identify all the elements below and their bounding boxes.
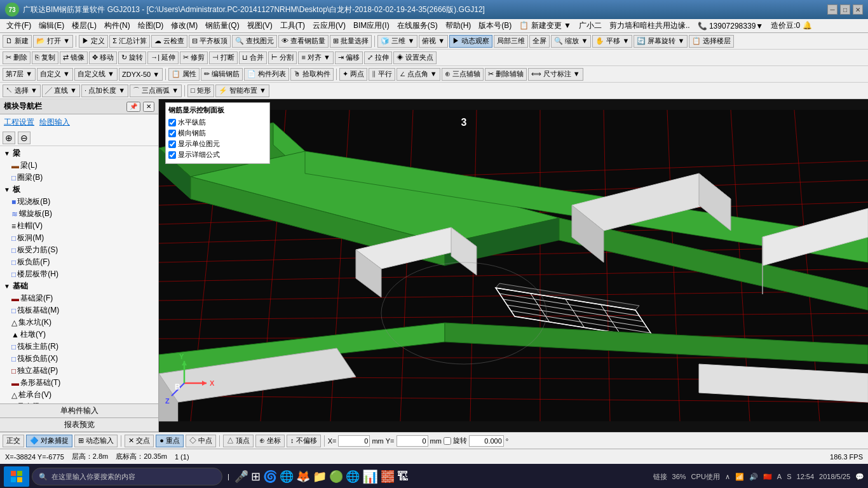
dim-button[interactable]: ⟺ 尺寸标注 ▼ <box>528 68 583 81</box>
menu-user[interactable]: 广小二 <box>575 19 606 32</box>
menu-help[interactable]: 帮助(H) <box>442 19 475 32</box>
grip-button[interactable]: ◈ 设置夹点 <box>393 51 437 64</box>
tree-slab-hole[interactable]: □ 板洞(M) <box>1 232 157 244</box>
tree-raft[interactable]: □ 筏板基础(M) <box>1 304 157 316</box>
menu-wall-info[interactable]: 剪力墙和暗柱共用边缘.. <box>606 19 694 32</box>
tree-ring-beam-item[interactable]: □ 圈梁(B) <box>1 172 157 184</box>
property-button[interactable]: 📋 属性 <box>168 68 200 81</box>
checkbox-transverse-rebar[interactable]: 横向钢筋 <box>168 128 267 138</box>
angle-button[interactable]: ∠ 点点角 ▼ <box>397 68 440 81</box>
tray-icon-4[interactable]: 🇨🇳 <box>763 473 772 481</box>
tree-beam-item[interactable]: ▬ 梁(L) <box>1 159 157 172</box>
minimize-button[interactable]: ─ <box>827 4 837 15</box>
menu-cloud[interactable]: 云应用(V) <box>309 19 349 32</box>
menu-phone[interactable]: 📞 13907298339▼ <box>694 20 768 32</box>
3d-button[interactable]: 🧊 三维 ▼ <box>377 35 417 48</box>
windows-start-button[interactable] <box>4 466 29 487</box>
snap-vertex[interactable]: △ 顶点 <box>223 435 254 447</box>
del-aux-button[interactable]: ✂ 删除辅轴 <box>485 68 527 81</box>
pan-button[interactable]: ✋ 平移 ▼ <box>592 35 632 48</box>
tray-icon-5[interactable]: A <box>777 473 782 480</box>
tree-raft-main-rebar[interactable]: □ 筏板主筋(R) <box>1 341 157 353</box>
menu-edit[interactable]: 编辑(E) <box>35 19 68 32</box>
tree-isolated-found[interactable]: □ 独立基础(P) <box>1 365 157 377</box>
window-controls[interactable]: ─ □ ✕ <box>827 4 863 15</box>
panel-close-button[interactable]: ✕ <box>143 102 154 112</box>
nav-project-settings[interactable]: 工程设置 <box>4 117 34 128</box>
tree-beam-group[interactable]: ▼ 梁 <box>1 147 157 159</box>
viewport[interactable]: 3 X Y Z B 钢筋显示控制面板 水平纵筋 <box>159 99 868 432</box>
transverse-rebar-checkbox[interactable] <box>168 130 176 137</box>
screen-rotate-button[interactable]: 🔄 屏幕旋转 ▼ <box>634 35 688 48</box>
smart-layout-tool[interactable]: ⚡ 智能布置 ▼ <box>215 85 269 97</box>
snap-midpoint[interactable]: ◇ 中点 <box>186 435 216 447</box>
menu-modify[interactable]: 修改(M) <box>167 19 201 32</box>
zoom-button[interactable]: 🔍 缩放 ▼ <box>551 35 591 48</box>
horizontal-rebar-checkbox[interactable] <box>168 119 176 126</box>
align-button[interactable]: ≡ 对齐 ▼ <box>298 51 333 64</box>
point-length-tool[interactable]: · 点加长度 ▼ <box>81 85 128 97</box>
select-floor-button[interactable]: 📋 选择楼层 <box>689 35 734 48</box>
tree-spiral-slab[interactable]: ≋ 螺旋板(B) <box>1 208 157 220</box>
taskbar-icon-5[interactable]: 🦊 <box>296 470 310 484</box>
stretch-button[interactable]: ⤢ 拉伸 <box>364 51 392 64</box>
taskbar-icon-1[interactable]: 🎤 <box>234 470 248 484</box>
summary-button[interactable]: Σ 汇总计算 <box>109 35 150 48</box>
local-3d-button[interactable]: 局部三维 <box>494 35 528 48</box>
batch-select-button[interactable]: ⊞ 批量选择 <box>330 35 372 48</box>
snap-no-offset[interactable]: ↕ 不偏移 <box>287 435 321 447</box>
tray-icon-6[interactable]: S <box>787 473 791 480</box>
snap-dynamic[interactable]: ⊞ 动态输入 <box>74 435 118 447</box>
maximize-button[interactable]: □ <box>840 4 850 15</box>
menu-online[interactable]: 在线服务(S) <box>393 19 442 32</box>
menu-file[interactable]: 文件(F) <box>3 19 35 32</box>
find-element-button[interactable]: 🔍 查找图元 <box>232 35 277 48</box>
report-preview-btn[interactable]: 报表预览 <box>0 418 158 432</box>
mirror-button[interactable]: ⇄ 镜像 <box>60 51 88 64</box>
two-point-button[interactable]: ✦ 两点 <box>339 68 367 81</box>
view-rebar-button[interactable]: 👁 查看钢筋量 <box>278 35 329 48</box>
aux-axis-button[interactable]: ⊕ 三点辅轴 <box>442 68 484 81</box>
taskbar-icon-2[interactable]: ⊞ <box>251 470 261 484</box>
parallel-button[interactable]: ∥ 平行 <box>369 68 395 81</box>
tray-icon-2[interactable]: 📶 <box>735 473 744 481</box>
top-view-button[interactable]: 俯视 ▼ <box>419 35 448 48</box>
dynamic-observe-button[interactable]: ▶ 动态观察 <box>449 35 492 48</box>
copy-button[interactable]: ⎘ 复制 <box>32 51 58 64</box>
define-button[interactable]: ▶ 定义 <box>79 35 108 48</box>
menu-new-change[interactable]: 📋 新建变更 ▼ <box>515 19 575 32</box>
tree-slab-group[interactable]: ▼ 板 <box>1 184 157 196</box>
arc-tool[interactable]: ⌒ 三点画弧 ▼ <box>130 85 182 97</box>
tree-raft-neg-rebar[interactable]: □ 筏板负筋(X) <box>1 353 157 365</box>
pick-component-button[interactable]: 🖱 拾取构件 <box>290 68 334 81</box>
code-select[interactable]: ZDYX-50 ▼ <box>119 68 163 81</box>
cloud-check-button[interactable]: ☁ 云检查 <box>151 35 187 48</box>
split-button[interactable]: ⊢ 分割 <box>268 51 297 64</box>
checkbox-single-element[interactable]: 显示单位图元 <box>168 139 267 149</box>
new-button[interactable]: 🗋 新建 <box>3 35 32 48</box>
tray-notification[interactable]: 💬 <box>855 473 864 481</box>
taskbar-icon-6[interactable]: 📁 <box>313 470 327 484</box>
menu-version[interactable]: 版本号(B) <box>475 19 515 32</box>
menu-floor[interactable]: 楼层(L) <box>68 19 100 32</box>
tree-strip-found[interactable]: ▬ 条形基础(T) <box>1 377 157 389</box>
snap-object[interactable]: 🔷 对象捕捉 <box>26 435 72 447</box>
taskbar-icon-9[interactable]: 📊 <box>362 469 378 484</box>
open-button[interactable]: 📂 打开 ▼ <box>33 35 73 48</box>
taskbar-icon-4[interactable]: 🌐 <box>280 470 294 484</box>
y-input[interactable] <box>397 435 428 447</box>
snap-orthogonal[interactable]: 正交 <box>3 435 24 447</box>
extend-button[interactable]: →| 延伸 <box>147 51 179 64</box>
tray-icon-3[interactable]: 🔊 <box>749 473 758 481</box>
single-element-checkbox[interactable] <box>168 140 176 148</box>
taskbar-search-box[interactable]: 🔍 在这里输入你要搜索的内容 <box>32 468 222 485</box>
fullscreen-button[interactable]: 全屏 <box>529 35 550 48</box>
menu-bim[interactable]: BIM应用(I) <box>349 19 393 32</box>
line-tool[interactable]: ╱ 直线 ▼ <box>42 85 80 97</box>
taskbar-icon-8[interactable]: 🌐 <box>346 470 360 484</box>
detail-formula-checkbox[interactable] <box>168 151 176 159</box>
edit-rebar-button[interactable]: ✏ 编辑钢筋 <box>201 68 243 81</box>
tree-neg-rebar[interactable]: □ 板负筋(F) <box>1 256 157 268</box>
tree-found-beam[interactable]: ▬ 基础梁(F) <box>1 292 157 304</box>
mode-select[interactable]: 自定义 ▼ <box>37 68 73 81</box>
